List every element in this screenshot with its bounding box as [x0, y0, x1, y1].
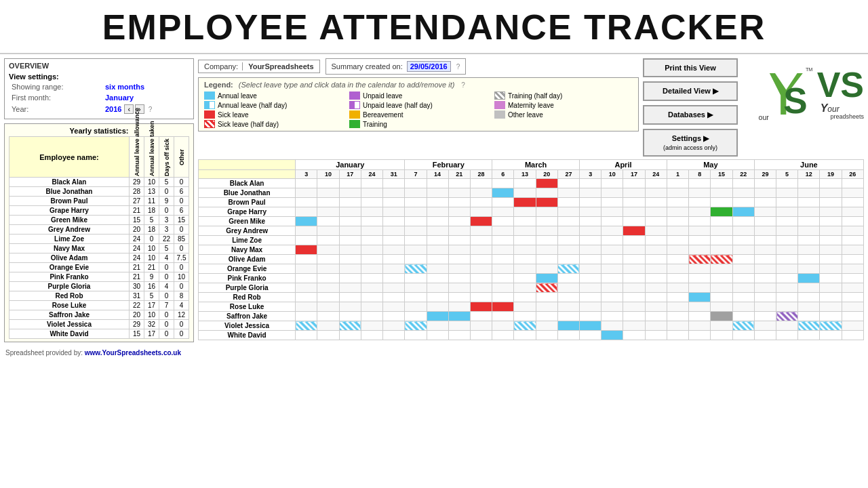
cal-cell[interactable]: [580, 274, 601, 283]
cal-cell[interactable]: [623, 245, 645, 255]
cal-cell[interactable]: [405, 226, 427, 236]
cal-cell[interactable]: [296, 236, 317, 245]
cal-cell[interactable]: [842, 283, 863, 293]
cal-cell[interactable]: [580, 198, 601, 207]
cal-cell[interactable]: [732, 274, 754, 283]
year-prev-button[interactable]: ‹: [124, 104, 134, 114]
cal-cell[interactable]: [339, 264, 361, 274]
cal-cell[interactable]: [820, 207, 842, 217]
cal-cell[interactable]: [448, 312, 470, 321]
cal-cell[interactable]: [361, 264, 382, 274]
cal-cell[interactable]: [448, 293, 470, 302]
cal-cell[interactable]: [580, 179, 601, 188]
cal-cell[interactable]: [580, 302, 601, 312]
cal-cell[interactable]: [492, 264, 514, 274]
cal-cell[interactable]: [580, 293, 601, 302]
cal-cell[interactable]: [514, 198, 536, 207]
cal-cell[interactable]: [492, 331, 514, 340]
cal-cell[interactable]: [427, 312, 448, 321]
cal-cell[interactable]: [711, 321, 732, 331]
cal-cell[interactable]: [601, 198, 623, 207]
cal-cell[interactable]: [448, 245, 470, 255]
cal-cell[interactable]: [383, 245, 405, 255]
cal-cell[interactable]: [448, 274, 470, 283]
cal-cell[interactable]: [514, 245, 536, 255]
cal-cell[interactable]: [383, 207, 405, 217]
cal-cell[interactable]: [732, 207, 754, 217]
cal-cell[interactable]: [427, 236, 448, 245]
cal-cell[interactable]: [580, 207, 601, 217]
cal-cell[interactable]: [776, 264, 798, 274]
cal-cell[interactable]: [754, 198, 776, 207]
cal-cell[interactable]: [776, 283, 798, 293]
cal-cell[interactable]: [470, 188, 492, 198]
cal-cell[interactable]: [711, 293, 732, 302]
cal-cell[interactable]: [557, 331, 579, 340]
cal-cell[interactable]: [296, 245, 317, 255]
cal-cell[interactable]: [492, 255, 514, 264]
cal-cell[interactable]: [623, 226, 645, 236]
cal-cell[interactable]: [448, 236, 470, 245]
cal-cell[interactable]: [645, 321, 667, 331]
cal-cell[interactable]: [645, 264, 667, 274]
cal-cell[interactable]: [405, 293, 427, 302]
cal-cell[interactable]: [601, 217, 623, 226]
cal-cell[interactable]: [601, 283, 623, 293]
cal-cell[interactable]: [601, 331, 623, 340]
settings-button[interactable]: Settings ▶ (admin access only): [643, 129, 738, 157]
cal-cell[interactable]: [557, 293, 579, 302]
cal-cell[interactable]: [536, 274, 557, 283]
cal-cell[interactable]: [492, 179, 514, 188]
cal-cell[interactable]: [689, 264, 711, 274]
cal-cell[interactable]: [645, 217, 667, 226]
cal-cell[interactable]: [405, 179, 427, 188]
cal-cell[interactable]: [798, 207, 820, 217]
cal-cell[interactable]: [820, 245, 842, 255]
cal-cell[interactable]: [470, 207, 492, 217]
cal-cell[interactable]: [798, 245, 820, 255]
cal-cell[interactable]: [339, 245, 361, 255]
cal-cell[interactable]: [383, 188, 405, 198]
cal-cell[interactable]: [514, 312, 536, 321]
cal-cell[interactable]: [776, 293, 798, 302]
cal-cell[interactable]: [361, 207, 382, 217]
cal-cell[interactable]: [842, 245, 863, 255]
cal-cell[interactable]: [383, 236, 405, 245]
cal-cell[interactable]: [580, 312, 601, 321]
cal-cell[interactable]: [470, 245, 492, 255]
cal-cell[interactable]: [448, 264, 470, 274]
cal-cell[interactable]: [798, 283, 820, 293]
cal-cell[interactable]: [470, 236, 492, 245]
cal-cell[interactable]: [842, 302, 863, 312]
cal-cell[interactable]: [383, 226, 405, 236]
cal-cell[interactable]: [317, 217, 339, 226]
cal-cell[interactable]: [820, 255, 842, 264]
cal-cell[interactable]: [645, 312, 667, 321]
cal-cell[interactable]: [732, 293, 754, 302]
cal-cell[interactable]: [776, 188, 798, 198]
cal-cell[interactable]: [776, 245, 798, 255]
cal-cell[interactable]: [601, 226, 623, 236]
cal-cell[interactable]: [536, 293, 557, 302]
cal-cell[interactable]: [689, 236, 711, 245]
cal-cell[interactable]: [754, 274, 776, 283]
cal-cell[interactable]: [667, 217, 688, 226]
cal-cell[interactable]: [667, 283, 688, 293]
cal-cell[interactable]: [383, 264, 405, 274]
cal-cell[interactable]: [601, 188, 623, 198]
cal-cell[interactable]: [667, 188, 688, 198]
cal-cell[interactable]: [536, 283, 557, 293]
cal-cell[interactable]: [711, 331, 732, 340]
cal-cell[interactable]: [514, 188, 536, 198]
cal-cell[interactable]: [317, 207, 339, 217]
cal-cell[interactable]: [645, 179, 667, 188]
cal-cell[interactable]: [536, 264, 557, 274]
cal-cell[interactable]: [601, 236, 623, 245]
cal-cell[interactable]: [667, 179, 688, 188]
cal-cell[interactable]: [601, 293, 623, 302]
cal-cell[interactable]: [580, 226, 601, 236]
cal-cell[interactable]: [557, 188, 579, 198]
cal-cell[interactable]: [689, 245, 711, 255]
cal-cell[interactable]: [470, 321, 492, 331]
cal-cell[interactable]: [820, 226, 842, 236]
